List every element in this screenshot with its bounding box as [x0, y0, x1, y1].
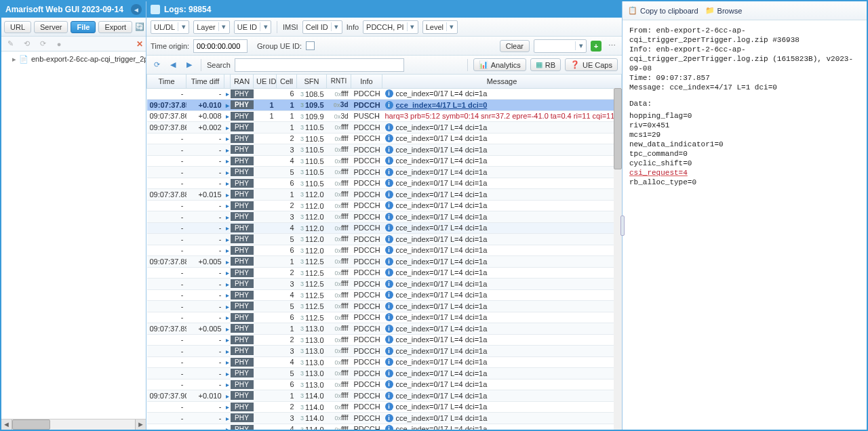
splitter-handle[interactable] — [620, 216, 625, 236]
level-combo[interactable]: Level▾ — [422, 20, 458, 34]
ran-badge: PHY — [231, 167, 254, 176]
message-text: cce_index=0/17 L=4 dci=1a — [396, 201, 488, 209]
table-row[interactable]: --▸PHY53112.50xffffPDCCHicce_index=0/17 … — [147, 301, 622, 312]
left-tool-icon-4[interactable]: ● — [53, 38, 65, 50]
table-row[interactable]: --▸PHY63112.00xffffPDCCHicce_index=0/17 … — [147, 245, 622, 256]
scroll-thumb[interactable] — [614, 88, 622, 169]
message-text[interactable]: cce_index=4/17 L=1 dci=0 — [396, 101, 488, 109]
table-row[interactable]: --▸PHY33112.00xffffPDCCHicce_index=0/17 … — [147, 211, 622, 223]
table-row[interactable]: --▸PHY63112.50xffffPDCCHicce_index=0/17 … — [147, 312, 622, 323]
col-header[interactable]: SFN — [297, 75, 327, 88]
table-row[interactable]: 09:07:37.902+0.010▸PHY13114.00xffffPDCCH… — [147, 390, 622, 402]
scroll-right-arrow-icon[interactable]: ► — [135, 419, 146, 430]
search-input[interactable] — [235, 58, 404, 72]
tree-item-log[interactable]: ▸ 📄 enb-export-2-6cc-ap-cqi_trigger_2per… — [1, 53, 146, 65]
message-text: cce_index=0/17 L=4 dci=1a — [396, 358, 488, 366]
rb-button[interactable]: ▦RB — [530, 58, 561, 71]
info-icon: i — [385, 425, 393, 430]
analytics-button[interactable]: 📊Analytics — [473, 58, 526, 71]
table-row[interactable]: --▸PHY43114.00xffffPDCCHicce_index=0/17 … — [147, 424, 622, 430]
table-row[interactable]: 09:07:37.887+0.005▸PHY13112.50xffffPDCCH… — [147, 256, 622, 268]
browse-button[interactable]: 📁Browse — [705, 6, 743, 15]
message-text: cce_index=0/17 L=4 dci=1a — [396, 89, 488, 98]
message-text: cce_index=0/17 L=4 dci=1a — [396, 369, 488, 377]
layer-combo[interactable]: Layer▾ — [193, 20, 230, 34]
server-button[interactable]: Server — [34, 21, 68, 33]
cellid-combo[interactable]: Cell ID▾ — [302, 20, 342, 34]
timeorigin-input[interactable] — [193, 39, 248, 53]
groupue-checkbox[interactable] — [306, 41, 315, 50]
table-row[interactable]: --▸PHY63110.50xffffPDCCHicce_index=0/17 … — [147, 178, 622, 189]
left-tool-icon-1[interactable]: ✎ — [4, 38, 16, 50]
table-row[interactable]: --▸PHY53113.00xffffPDCCHicce_index=0/17 … — [147, 368, 622, 379]
copy-clipboard-button[interactable]: 📋Copy to clipboard — [628, 6, 698, 15]
scroll-left-arrow-icon[interactable]: ◄ — [1, 419, 12, 430]
url-button[interactable]: URL — [4, 21, 31, 33]
collapse-left-icon[interactable]: ◄ — [131, 4, 142, 15]
table-row[interactable]: --▸PHY33113.00xffffPDCCHicce_index=0/17 … — [147, 346, 622, 357]
nav-refresh-icon[interactable]: ⟳ — [151, 59, 163, 71]
col-header[interactable]: Cell — [277, 75, 297, 88]
left-tool-icon-3[interactable]: ⟳ — [37, 38, 49, 50]
message-text: cce_index=0/17 L=4 dci=1a — [396, 246, 488, 254]
add-filter-icon[interactable]: + — [591, 41, 601, 52]
file-button[interactable]: File — [71, 21, 96, 33]
table-row[interactable]: --▸PHY53112.00xffffPDCCHicce_index=0/17 … — [147, 234, 622, 245]
timeorigin-label: Time origin: — [151, 42, 189, 50]
filter-more-icon[interactable]: ⋯ — [606, 40, 618, 52]
uecaps-button[interactable]: ❓UE Caps — [565, 58, 618, 71]
table-row[interactable]: 09:07:37.865+0.008▸PHY113109.90x3dPUSCHh… — [147, 110, 622, 122]
col-header[interactable]: RNTI — [327, 75, 351, 88]
table-row[interactable]: 09:07:37.867+0.002▸PHY13110.50xffffPDCCH… — [147, 122, 622, 134]
log-grid[interactable]: TimeTime diffRANUE IDCellSFNRNTIInfoMess… — [146, 75, 622, 430]
col-header[interactable]: RAN — [231, 75, 254, 88]
col-header[interactable]: Info — [351, 75, 382, 88]
col-header[interactable]: UE ID — [254, 75, 277, 88]
left-tool-icon-2[interactable]: ⟲ — [20, 38, 33, 50]
table-row[interactable]: 09:07:37.857+0.010▸PHY113109.50x3dPDCCHi… — [147, 100, 622, 111]
nav-forward-icon[interactable]: ▶ — [183, 59, 195, 71]
export-button[interactable]: Export — [98, 21, 132, 33]
table-row[interactable]: --▸PHY43112.00xffffPDCCHicce_index=0/17 … — [147, 222, 622, 234]
message-text: cce_index=0/17 L=4 dci=1a — [396, 213, 488, 221]
info-icon: i — [385, 101, 393, 109]
table-row[interactable]: --▸PHY43113.00xffffPDCCHicce_index=0/17 … — [147, 356, 622, 368]
scroll-thumb[interactable] — [12, 419, 50, 430]
col-header[interactable]: Time — [147, 75, 186, 88]
col-header[interactable]: Message — [382, 75, 622, 88]
direction-icon: ▸ — [226, 180, 229, 187]
info-icon: i — [385, 268, 393, 276]
direction-icon: ▸ — [226, 169, 229, 176]
table-row[interactable]: --▸PHY23112.00xffffPDCCHicce_index=0/17 … — [147, 200, 622, 211]
left-hscrollbar[interactable]: ◄ ► — [1, 419, 146, 430]
nav-back-icon[interactable]: ◀ — [167, 59, 179, 71]
info-combo[interactable]: PDCCH, PI▾ — [363, 20, 418, 34]
direction-icon: ▸ — [226, 192, 229, 199]
grid-vscrollbar[interactable] — [614, 88, 622, 430]
filter-save-combo[interactable]: ▾ — [534, 39, 587, 53]
ueid-combo[interactable]: UE ID▾ — [234, 20, 271, 34]
table-row[interactable]: --▸PHY43110.50xffffPDCCHicce_index=0/17 … — [147, 155, 622, 167]
table-row[interactable]: --▸PHY23112.50xffffPDCCHicce_index=0/17 … — [147, 267, 622, 279]
refresh-icon[interactable]: 🔄 — [135, 21, 144, 33]
uldl-combo[interactable]: UL/DL▾ — [151, 20, 189, 34]
table-row[interactable]: --▸PHY23114.00xffffPDCCHicce_index=0/17 … — [147, 401, 622, 413]
close-icon[interactable]: ✕ — [136, 39, 143, 49]
table-row[interactable]: --▸PHY33114.00xffffPDCCHicce_index=0/17 … — [147, 413, 622, 424]
table-row[interactable]: 09:07:37.892+0.005▸PHY13113.00xffffPDCCH… — [147, 323, 622, 335]
table-row[interactable]: --▸PHY63108.50xffffPDCCHicce_index=0/17 … — [147, 88, 622, 100]
table-row[interactable]: --▸PHY43112.50xffffPDCCHicce_index=0/17 … — [147, 289, 622, 301]
table-row[interactable]: --▸PHY33110.50xffffPDCCHicce_index=0/17 … — [147, 144, 622, 156]
table-row[interactable]: 09:07:37.882+0.015▸PHY13112.00xffffPDCCH… — [147, 189, 622, 201]
col-header[interactable] — [224, 75, 231, 88]
ran-badge: PHY — [231, 279, 254, 288]
table-row[interactable]: --▸PHY23113.00xffffPDCCHicce_index=0/17 … — [147, 334, 622, 346]
table-row[interactable]: --▸PHY63113.00xffffPDCCHicce_index=0/17 … — [147, 379, 622, 390]
table-row[interactable]: --▸PHY23110.50xffffPDCCHicce_index=0/17 … — [147, 133, 622, 144]
col-header[interactable]: Time diff — [186, 75, 224, 88]
clear-button[interactable]: Clear — [500, 40, 530, 52]
table-row[interactable]: --▸PHY33112.50xffffPDCCHicce_index=0/17 … — [147, 279, 622, 290]
from-label: From: — [629, 26, 656, 35]
table-row[interactable]: --▸PHY53110.50xffffPDCCHicce_index=0/17 … — [147, 167, 622, 178]
message-text: cce_index=0/17 L=4 dci=1a — [396, 313, 488, 321]
